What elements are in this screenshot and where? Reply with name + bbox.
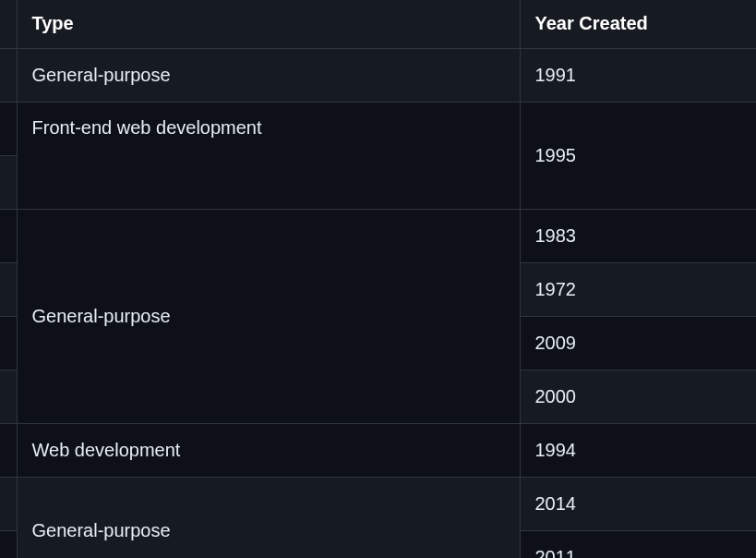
cell-type: Front-end web development [17, 102, 520, 209]
cell-type: General-purpose [17, 48, 520, 102]
table-stub [0, 102, 17, 155]
cell-year: 2011 [520, 530, 756, 558]
cell-type: General-purpose [17, 209, 520, 423]
cell-type: General-purpose [17, 477, 520, 558]
table-header-row: Type Year Created [0, 0, 756, 48]
cell-year: 1994 [520, 423, 756, 477]
table-stub [0, 155, 17, 209]
table-stub [0, 530, 17, 558]
table-stub [0, 370, 17, 423]
cell-year: 1972 [520, 262, 756, 316]
cell-year: 2000 [520, 370, 756, 423]
table-row: Front-end web development 1995 [0, 102, 756, 155]
table-stub [0, 262, 17, 316]
cell-year: 1983 [520, 209, 756, 262]
table-row: Web development 1994 [0, 423, 756, 477]
cell-year: 1995 [520, 102, 756, 209]
table-row: General-purpose 2014 [0, 477, 756, 530]
cell-year: 1991 [520, 48, 756, 102]
cell-type: Web development [17, 423, 520, 477]
table-header-type: Type [17, 0, 520, 48]
cell-year: 2009 [520, 316, 756, 370]
table-stub [0, 423, 17, 477]
table-stub [0, 48, 17, 102]
data-table: Type Year Created General-purpose 1991 F… [0, 0, 756, 558]
table-header-year: Year Created [520, 0, 756, 48]
table-row: General-purpose 1991 [0, 48, 756, 102]
table-stub [0, 477, 17, 530]
table-stub [0, 209, 17, 262]
table-stub [0, 316, 17, 370]
table-header-stub [0, 0, 17, 48]
table-row: General-purpose 1983 [0, 209, 756, 262]
cell-year: 2014 [520, 477, 756, 530]
table-body: General-purpose 1991 Front-end web devel… [0, 48, 756, 558]
